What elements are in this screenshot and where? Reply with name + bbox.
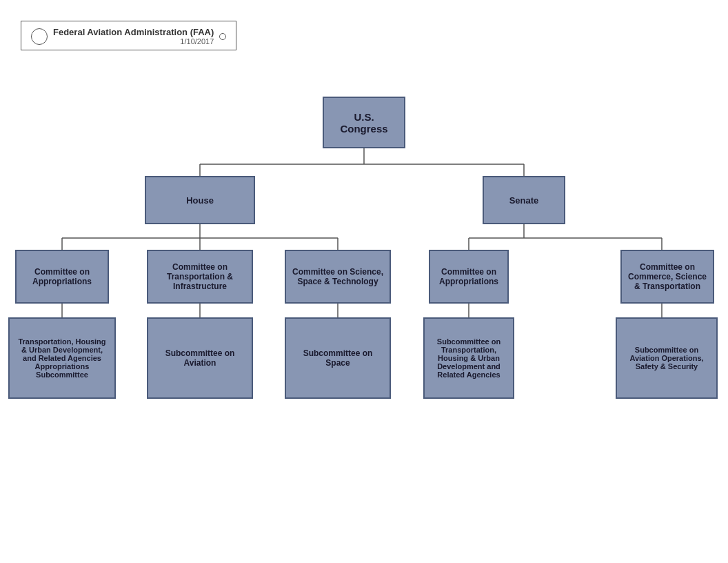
org-chart: U.S. Congress House Senate Committee on …: [0, 90, 728, 563]
node-house-aviation: Subcommittee on Aviation: [147, 317, 253, 399]
node-senate-aviation: Subcommittee on Aviation Operations, Saf…: [616, 317, 718, 399]
header-box: Federal Aviation Administration (FAA) 1/…: [21, 21, 236, 50]
node-congress: U.S. Congress: [323, 97, 405, 148]
header-text-block: Federal Aviation Administration (FAA) 1/…: [53, 27, 214, 46]
node-senate-commerce: Committee on Commerce, Science & Transpo…: [620, 250, 714, 304]
node-house-space: Subcommittee on Space: [285, 317, 391, 399]
header-circle-left: [31, 28, 48, 45]
node-house-thud: Transportation, Housing & Urban Developm…: [8, 317, 116, 399]
header-title: Federal Aviation Administration (FAA): [53, 27, 214, 37]
node-senate: Senate: [483, 176, 565, 224]
node-senate-thud: Subcommittee on Transportation, Housing …: [423, 317, 514, 399]
node-house: House: [145, 176, 255, 224]
node-senate-appropriations: Committee on Appropriations: [429, 250, 509, 304]
header-circle-right: [219, 33, 226, 40]
node-house-appropriations: Committee on Appropriations: [15, 250, 109, 304]
node-house-transportation: Committee on Transportation & Infrastruc…: [147, 250, 253, 304]
header-date: 1/10/2017: [53, 37, 214, 46]
node-house-science: Committee on Science, Space & Technology: [285, 250, 391, 304]
